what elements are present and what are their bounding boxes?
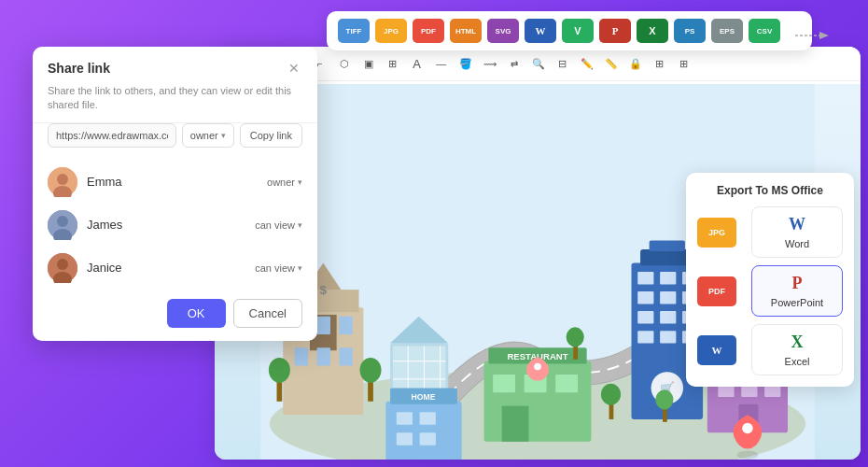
user-row-janice: Janice can view ▾ bbox=[33, 247, 317, 290]
svg-point-86 bbox=[57, 216, 68, 227]
user-name-janice: Janice bbox=[87, 261, 245, 275]
role-chevron-janice: ▾ bbox=[298, 263, 302, 273]
small-icon-pdf-label: PDF bbox=[708, 287, 725, 296]
small-icon-pdf[interactable]: PDF bbox=[697, 276, 736, 306]
svg-point-78 bbox=[655, 389, 673, 409]
format-visio[interactable]: V bbox=[562, 19, 594, 43]
export-ppt-label: PowerPoint bbox=[771, 297, 823, 308]
export-format-toolbar: TIFF JPG PDF HTML SVG W V P X PS EPS CSV bbox=[327, 11, 812, 50]
format-jpg[interactable]: JPG bbox=[375, 19, 407, 43]
cancel-button[interactable]: Cancel bbox=[233, 299, 302, 328]
svg-rect-13 bbox=[317, 347, 330, 365]
role-dropdown-janice[interactable]: can view ▾ bbox=[255, 262, 302, 274]
small-icon-jpg[interactable]: JPG bbox=[697, 218, 736, 248]
svg-rect-35 bbox=[502, 406, 529, 442]
owner-label: owner bbox=[190, 130, 218, 141]
svg-rect-68 bbox=[385, 402, 461, 460]
tool-square[interactable]: ▣ bbox=[357, 52, 380, 75]
owner-chevron: ▾ bbox=[221, 131, 226, 140]
dialog-title: Share link bbox=[48, 61, 110, 76]
svg-rect-50 bbox=[650, 241, 685, 251]
format-ps[interactable]: PS bbox=[674, 19, 706, 43]
format-tiff[interactable]: TIFF bbox=[338, 19, 370, 43]
dialog-actions: OK Cancel bbox=[33, 290, 317, 341]
copy-link-button[interactable]: Copy link bbox=[240, 123, 302, 148]
svg-point-16 bbox=[269, 358, 290, 383]
tool-pen[interactable]: ✏️ bbox=[576, 52, 598, 75]
user-row-emma: Emma owner ▾ bbox=[33, 161, 317, 204]
role-dropdown-emma[interactable]: owner ▾ bbox=[267, 177, 302, 188]
svg-rect-46 bbox=[637, 331, 653, 343]
close-dialog-button[interactable]: ✕ bbox=[286, 60, 302, 77]
tool-line[interactable]: — bbox=[430, 52, 453, 75]
format-svg[interactable]: SVG bbox=[487, 19, 519, 43]
svg-point-18 bbox=[360, 358, 382, 383]
export-powerpoint-button[interactable]: P PowerPoint bbox=[751, 265, 843, 317]
svg-rect-40 bbox=[637, 291, 653, 304]
user-name-james: James bbox=[87, 218, 245, 232]
role-chevron-james: ▾ bbox=[298, 220, 302, 230]
svg-rect-11 bbox=[340, 317, 353, 334]
tool-table[interactable]: ⊞ bbox=[649, 52, 671, 75]
svg-rect-43 bbox=[637, 311, 653, 323]
export-panel-title: Export To MS Office bbox=[697, 184, 843, 197]
svg-rect-72 bbox=[420, 412, 436, 424]
svg-point-89 bbox=[57, 259, 68, 270]
svg-point-83 bbox=[57, 174, 68, 185]
role-dropdown-james[interactable]: can view ▾ bbox=[255, 219, 302, 231]
tool-bracket[interactable]: ⊞ bbox=[382, 52, 404, 75]
svg-rect-10 bbox=[317, 317, 330, 334]
svg-rect-37 bbox=[637, 272, 653, 284]
export-excel-button[interactable]: X Excel bbox=[751, 324, 843, 375]
user-row-james: James can view ▾ bbox=[33, 204, 317, 247]
word-icon: W bbox=[789, 215, 805, 234]
svg-rect-47 bbox=[660, 331, 676, 343]
tool-zoom[interactable]: 🔍 bbox=[527, 52, 550, 75]
format-pdf[interactable]: PDF bbox=[413, 19, 444, 43]
avatar-janice bbox=[48, 253, 77, 283]
tool-bucket[interactable]: 🪣 bbox=[455, 52, 477, 75]
role-label-janice: can view bbox=[255, 262, 295, 274]
svg-rect-74 bbox=[420, 432, 436, 445]
format-ppt[interactable]: P bbox=[599, 19, 631, 43]
ppt-icon: P bbox=[792, 274, 803, 293]
tool-ruler[interactable]: 📏 bbox=[600, 52, 623, 75]
svg-rect-12 bbox=[295, 347, 308, 365]
svg-point-66 bbox=[736, 450, 758, 460]
tool-shape[interactable]: ⬡ bbox=[333, 52, 356, 75]
svg-text:$: $ bbox=[320, 283, 328, 297]
svg-rect-73 bbox=[397, 432, 413, 445]
svg-point-76 bbox=[601, 384, 621, 405]
tool-more[interactable]: ⊞ bbox=[673, 52, 695, 75]
link-input[interactable] bbox=[48, 123, 176, 148]
svg-point-67 bbox=[742, 423, 752, 433]
avatar-emma bbox=[48, 167, 77, 197]
svg-rect-44 bbox=[660, 311, 676, 323]
svg-rect-32 bbox=[493, 375, 515, 392]
svg-rect-34 bbox=[555, 375, 578, 392]
format-excel[interactable]: X bbox=[637, 19, 668, 43]
svg-rect-14 bbox=[340, 347, 353, 365]
svg-text:HOME: HOME bbox=[412, 392, 436, 402]
format-csv[interactable]: CSV bbox=[749, 19, 780, 43]
format-word[interactable]: W bbox=[525, 19, 556, 43]
svg-point-81 bbox=[534, 363, 541, 371]
role-chevron-emma: ▾ bbox=[298, 177, 302, 187]
excel-icon: X bbox=[791, 333, 804, 352]
export-excel-label: Excel bbox=[785, 356, 810, 367]
svg-rect-41 bbox=[660, 291, 676, 304]
ok-button[interactable]: OK bbox=[167, 299, 226, 328]
svg-rect-38 bbox=[660, 272, 676, 284]
tool-curve[interactable]: ⟿ bbox=[479, 52, 501, 75]
tool-text2[interactable]: A bbox=[406, 52, 428, 75]
small-icon-word[interactable]: W bbox=[697, 335, 736, 365]
export-ms-office-panel: Export To MS Office JPG W Word PDF P Pow… bbox=[686, 173, 854, 387]
format-html[interactable]: HTML bbox=[450, 19, 482, 43]
export-word-button[interactable]: W Word bbox=[751, 206, 843, 258]
svg-marker-1 bbox=[819, 32, 829, 39]
tool-image[interactable]: ⊟ bbox=[552, 52, 574, 75]
format-eps[interactable]: EPS bbox=[711, 19, 743, 43]
tool-lock[interactable]: 🔒 bbox=[624, 52, 647, 75]
tool-connector[interactable]: ⇄ bbox=[503, 52, 525, 75]
owner-dropdown[interactable]: owner ▾ bbox=[182, 123, 234, 148]
